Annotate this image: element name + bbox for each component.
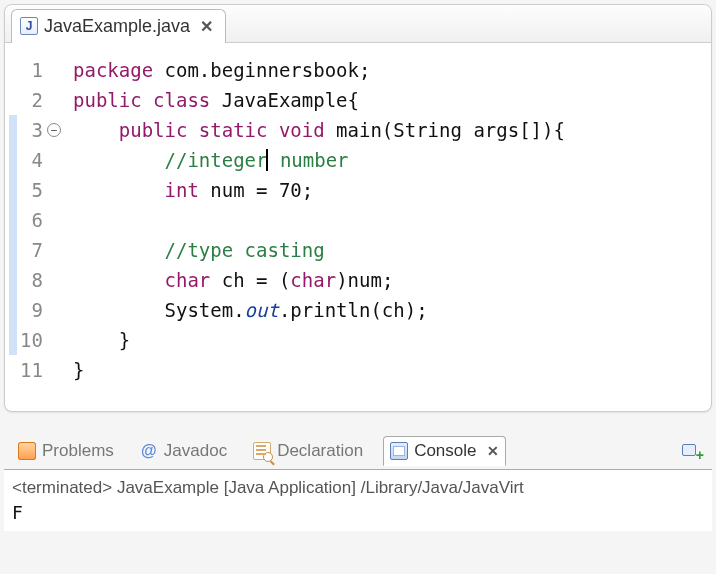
bottom-views: Problems @ Javadoc Declaration Console ✕… <box>4 432 712 531</box>
editor-tab-bar: J JavaExample.java ✕ <box>5 5 711 43</box>
editor-tab[interactable]: J JavaExample.java ✕ <box>11 9 226 43</box>
console-icon <box>390 442 408 460</box>
declaration-icon <box>253 442 271 460</box>
code-text[interactable]: package com.beginnersbook;public class J… <box>67 55 711 385</box>
line-number: 2 <box>5 85 61 115</box>
editor-tab-filename: JavaExample.java <box>44 16 190 37</box>
line-number-gutter: 123−4567891011 <box>5 55 67 385</box>
view-tab-bar: Problems @ Javadoc Declaration Console ✕… <box>4 432 712 470</box>
close-icon[interactable]: ✕ <box>487 443 499 459</box>
code-line[interactable]: package com.beginnersbook; <box>73 55 711 85</box>
code-line[interactable]: int num = 70; <box>73 175 711 205</box>
code-line[interactable]: public static void main(String args[]){ <box>73 115 711 145</box>
code-area[interactable]: 123−4567891011 package com.beginnersbook… <box>5 43 711 385</box>
line-number: 6 <box>5 205 61 235</box>
line-number: 7 <box>5 235 61 265</box>
code-line[interactable]: //type casting <box>73 235 711 265</box>
javadoc-icon: @ <box>140 442 158 460</box>
fold-toggle-icon[interactable]: − <box>47 123 61 137</box>
tab-label: Console <box>414 441 476 461</box>
tab-javadoc[interactable]: @ Javadoc <box>134 437 233 465</box>
line-number: 10 <box>5 325 61 355</box>
tab-label: Declaration <box>277 441 363 461</box>
code-line[interactable]: System.out.println(ch); <box>73 295 711 325</box>
close-icon[interactable]: ✕ <box>200 17 213 36</box>
line-number: 4 <box>5 145 61 175</box>
line-number: 1 <box>5 55 61 85</box>
code-line[interactable]: } <box>73 355 711 385</box>
tab-label: Problems <box>42 441 114 461</box>
console-status: <terminated> JavaExample [Java Applicati… <box>12 478 704 498</box>
line-number: 5 <box>5 175 61 205</box>
line-number: 3− <box>5 115 61 145</box>
editor-panel: J JavaExample.java ✕ 123−4567891011 pack… <box>4 4 712 412</box>
tab-label: Javadoc <box>164 441 227 461</box>
open-console-button[interactable]: + <box>680 440 704 462</box>
tab-problems[interactable]: Problems <box>12 437 120 465</box>
code-line[interactable]: } <box>73 325 711 355</box>
new-console-icon: + <box>682 442 702 460</box>
code-line[interactable]: //integer number <box>73 145 711 175</box>
java-file-icon: J <box>20 17 38 35</box>
line-number: 9 <box>5 295 61 325</box>
tab-console[interactable]: Console ✕ <box>383 436 505 466</box>
line-number: 8 <box>5 265 61 295</box>
console-output: F <box>12 498 704 523</box>
console-body: <terminated> JavaExample [Java Applicati… <box>4 470 712 531</box>
code-line[interactable]: public class JavaExample{ <box>73 85 711 115</box>
code-line[interactable]: char ch = (char)num; <box>73 265 711 295</box>
tab-declaration[interactable]: Declaration <box>247 437 369 465</box>
line-number: 11 <box>5 355 61 385</box>
problems-icon <box>18 442 36 460</box>
code-line[interactable] <box>73 205 711 235</box>
